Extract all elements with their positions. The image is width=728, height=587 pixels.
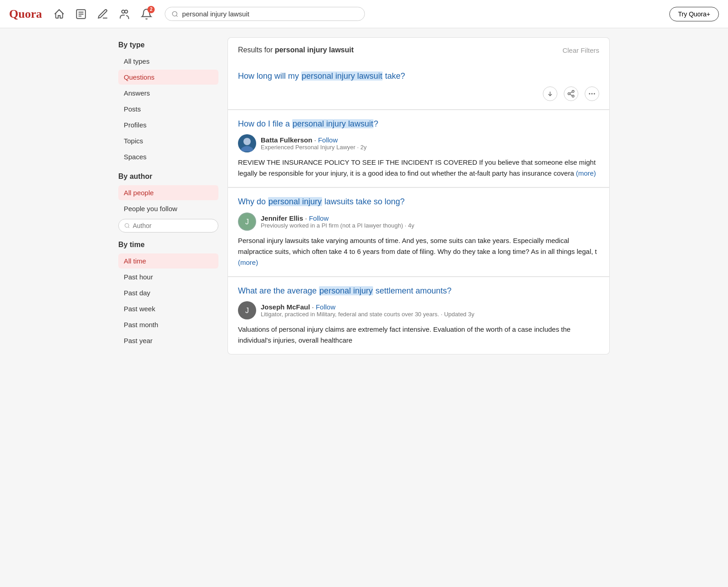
people-icon[interactable] [118, 8, 131, 20]
more-icon[interactable] [585, 86, 599, 101]
question-card: What are the average personal injury set… [228, 277, 610, 354]
question-card: Why do personal injury lawsuits take so … [228, 187, 610, 276]
follow-button[interactable]: Follow [316, 303, 335, 311]
sidebar-item-past-day[interactable]: Past day [118, 285, 218, 300]
author-info: Joseph McFaul · FollowLitigator, practic… [261, 303, 474, 318]
svg-point-8 [125, 223, 129, 227]
answer-text: REVIEW THE INSURANCE POLICY TO SEE IF TH… [238, 157, 599, 179]
answer-text: Valuations of personal injury claims are… [238, 324, 599, 346]
question-link-q4[interactable]: What are the average personal injury set… [238, 285, 599, 297]
results-title: Results for personal injury lawsuit [238, 46, 354, 54]
write-icon[interactable] [96, 8, 109, 20]
search-input[interactable] [182, 10, 358, 18]
clear-filters-button[interactable]: Clear Filters [562, 46, 599, 54]
author-title: Experienced Personal Injury Lawyer · 2y [261, 144, 367, 151]
svg-point-6 [172, 11, 177, 16]
sidebar-item-all-types[interactable]: All types [118, 54, 218, 69]
author-name-line: Joseph McFaul · Follow [261, 303, 474, 311]
sidebar-item-questions[interactable]: Questions [118, 70, 218, 85]
svg-point-11 [572, 91, 574, 93]
svg-text:J: J [245, 307, 249, 314]
svg-point-13 [572, 95, 574, 97]
author-name-line: Jennifer Ellis · Follow [261, 214, 414, 222]
author-name[interactable]: Jennifer Ellis [261, 214, 303, 222]
question-actions [238, 86, 599, 101]
svg-line-14 [570, 94, 572, 96]
sidebar-item-people-you-follow[interactable]: People you follow [118, 201, 218, 216]
question-link-q3[interactable]: Why do personal injury lawsuits take so … [238, 196, 599, 207]
author-info: Batta Fulkerson · FollowExperienced Pers… [261, 136, 367, 151]
follow-button[interactable]: Follow [318, 136, 338, 144]
share-icon[interactable] [564, 86, 578, 101]
author-name[interactable]: Joseph McFaul [261, 303, 310, 311]
home-icon[interactable] [53, 8, 66, 20]
answer-author: JJennifer Ellis · FollowPreviously worke… [238, 213, 599, 231]
svg-line-15 [570, 92, 572, 93]
search-bar[interactable] [165, 7, 365, 21]
sidebar-item-all-time[interactable]: All time [118, 253, 218, 268]
sidebar-item-past-month[interactable]: Past month [118, 317, 218, 332]
notification-badge: 2 [147, 6, 155, 13]
question-link-q1[interactable]: How long will my personal injury lawsuit… [238, 71, 599, 82]
main-layout: By type All typesQuestionsAnswersPostsPr… [114, 28, 614, 364]
sidebar-item-past-hour[interactable]: Past hour [118, 269, 218, 284]
nav-icons: 2 [53, 8, 153, 20]
app-header: Quora [0, 0, 728, 28]
question-card: How do I file a personal injury lawsuit?… [228, 110, 610, 187]
svg-text:J: J [245, 218, 249, 226]
try-plus-button[interactable]: Try Quora+ [669, 7, 719, 21]
sidebar-item-past-week[interactable]: Past week [118, 301, 218, 316]
author-filter-group: All peoplePeople you follow [118, 185, 218, 216]
svg-point-5 [125, 10, 128, 13]
sidebar-item-past-year[interactable]: Past year [118, 333, 218, 348]
sidebar-item-profiles[interactable]: Profiles [118, 117, 218, 132]
follow-button[interactable]: Follow [309, 214, 329, 222]
svg-point-18 [594, 93, 595, 95]
svg-point-20 [241, 146, 253, 152]
by-author-label: By author [118, 172, 218, 181]
notification-icon[interactable]: 2 [140, 8, 153, 20]
author-search-input[interactable] [133, 222, 212, 229]
author-info: Jennifer Ellis · FollowPreviously worked… [261, 214, 414, 229]
answer-author: JJoseph McFaul · FollowLitigator, practi… [238, 301, 599, 319]
author-search-box[interactable] [118, 219, 218, 233]
by-time-label: By time [118, 241, 218, 249]
svg-line-9 [128, 227, 129, 228]
answer-author: Batta Fulkerson · FollowExperienced Pers… [238, 134, 599, 152]
type-filter-group: All typesQuestionsAnswersPostsProfilesTo… [118, 54, 218, 164]
sidebar-item-answers[interactable]: Answers [118, 86, 218, 101]
by-type-label: By type [118, 41, 218, 49]
svg-point-4 [122, 10, 125, 13]
read-more-link[interactable]: (more) [576, 169, 596, 177]
author-title: Litigator, practiced in Military, federa… [261, 311, 474, 318]
sidebar-item-posts[interactable]: Posts [118, 101, 218, 116]
author-search-icon [124, 223, 130, 229]
results-header: Results for personal injury lawsuit Clea… [228, 37, 610, 62]
svg-point-12 [568, 93, 570, 95]
sidebar: By type All typesQuestionsAnswersPostsPr… [118, 37, 218, 354]
sidebar-item-topics[interactable]: Topics [118, 133, 218, 148]
search-icon [172, 10, 178, 18]
time-filter-group: All timePast hourPast dayPast weekPast m… [118, 253, 218, 348]
answer-feed-icon[interactable] [75, 8, 87, 20]
results-query: personal injury lawsuit [275, 46, 354, 54]
results-prefix: Results for [238, 46, 275, 54]
downvote-icon[interactable] [543, 86, 557, 101]
question-link-q2[interactable]: How do I file a personal injury lawsuit? [238, 118, 599, 130]
search-results: Results for personal injury lawsuit Clea… [228, 37, 610, 354]
logo[interactable]: Quora [9, 7, 42, 21]
author-name[interactable]: Batta Fulkerson [261, 136, 312, 144]
read-more-link[interactable]: (more) [238, 258, 258, 266]
question-card: How long will my personal injury lawsuit… [228, 62, 610, 110]
question-cards-container: How long will my personal injury lawsuit… [228, 62, 610, 354]
avatar: J [238, 213, 256, 231]
sidebar-item-all-people[interactable]: All people [118, 185, 218, 200]
sidebar-item-spaces[interactable]: Spaces [118, 149, 218, 164]
answer-text: Personal injury lawsuits take varying am… [238, 235, 599, 268]
svg-point-16 [589, 93, 590, 95]
svg-point-17 [592, 93, 593, 95]
svg-point-19 [243, 138, 251, 145]
author-name-line: Batta Fulkerson · Follow [261, 136, 367, 144]
author-title: Previously worked in a PI firm (not a PI… [261, 222, 414, 229]
svg-line-7 [177, 15, 178, 16]
